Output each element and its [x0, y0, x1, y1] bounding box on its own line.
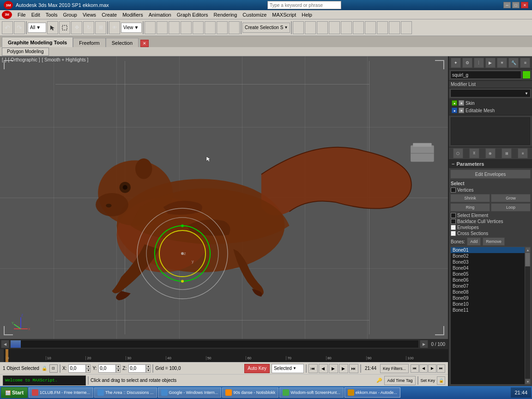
tl-back-button[interactable]: ◀	[1, 340, 9, 348]
skin-toggle[interactable]: ■	[459, 100, 464, 106]
start-button[interactable]: 🪟 Start	[1, 387, 28, 398]
search-input[interactable]	[267, 1, 341, 9]
menu-customize[interactable]: Customize	[240, 11, 269, 18]
tb-btn7[interactable]	[217, 21, 228, 34]
menu-views[interactable]: Views	[80, 11, 99, 18]
redo-button[interactable]: ↷	[14, 21, 25, 34]
set-key-button[interactable]: 🔒	[437, 376, 445, 385]
next-key-button[interactable]: ⏭	[349, 364, 358, 373]
z-up-btn[interactable]: ▲	[146, 364, 151, 369]
undo-button[interactable]: ↶	[2, 21, 13, 34]
modify-panel-btn[interactable]: ⚙	[462, 58, 472, 68]
tb-btn11[interactable]	[317, 21, 328, 34]
envelopes-checkbox[interactable]: ✓	[451, 225, 456, 230]
tab-selection[interactable]: Selection	[106, 38, 139, 47]
menu-modifiers[interactable]: Modifiers	[120, 11, 146, 18]
y-coord-input[interactable]	[98, 364, 116, 373]
tb-btn12[interactable]	[329, 21, 340, 34]
ring-button[interactable]: Ring	[450, 203, 490, 212]
bone-item-1[interactable]: Bone02	[451, 253, 525, 259]
tb-btn4[interactable]	[181, 21, 192, 34]
tb-btn13[interactable]	[341, 21, 352, 34]
view-btn[interactable]: 👁	[109, 21, 120, 34]
restore-button[interactable]: □	[512, 2, 520, 8]
motion-icon1[interactable]: ⬡	[453, 148, 463, 158]
tb-btn17[interactable]	[389, 21, 400, 34]
motion-panel-btn[interactable]: ▶	[485, 58, 496, 68]
tab-graphite[interactable]: Graphite Modeling Tools	[2, 37, 73, 47]
menu-group[interactable]: Group	[60, 11, 80, 18]
bone-item-7[interactable]: Bone08	[451, 289, 525, 295]
bone-item-3[interactable]: Bone04	[451, 265, 525, 271]
bone-item-4[interactable]: Bone05	[451, 271, 525, 277]
play-button[interactable]: ▶	[329, 364, 338, 373]
utilities-panel-btn[interactable]: 🔧	[508, 58, 519, 68]
tb-btn2[interactable]	[157, 21, 168, 34]
bone-item-8[interactable]: Bone09	[451, 295, 525, 301]
select-element-checkbox[interactable]	[451, 213, 456, 218]
menu-maxscript[interactable]: MAXScript	[269, 11, 299, 18]
extra-panel-btn[interactable]: ≡	[520, 58, 530, 68]
bone-item-6[interactable]: Bone07	[451, 283, 525, 289]
motion-icon5[interactable]: ≡	[518, 148, 528, 158]
edit-envelopes-button[interactable]: Edit Envelopes	[450, 169, 531, 179]
key-filters-button[interactable]: Key Filters...	[380, 364, 409, 373]
tb-btn6[interactable]	[205, 21, 216, 34]
pb-btn3[interactable]: ▶	[428, 364, 436, 373]
taskbar-item-5[interactable]: ekkorn.max - Autode...	[345, 387, 400, 398]
motion-icon4[interactable]: ⊞	[502, 148, 512, 158]
x-coord-input[interactable]	[68, 364, 86, 373]
tb-btn5[interactable]	[193, 21, 204, 34]
modifier-dropdown[interactable]: ▼	[450, 89, 531, 97]
timeline-thumb[interactable]	[11, 340, 21, 348]
view-dropdown[interactable]: View▼	[121, 23, 142, 33]
bone-item-10[interactable]: Bone11	[451, 307, 525, 313]
motion-icon2[interactable]: ⧖	[469, 148, 479, 158]
z-down-btn[interactable]: ▼	[146, 369, 151, 373]
taskbar-item-4[interactable]: Wisdom-soft ScreenHunt...	[279, 387, 344, 398]
minimize-button[interactable]: ─	[503, 2, 511, 8]
menu-animation[interactable]: Animation	[146, 11, 174, 18]
menu-edit[interactable]: Edit	[29, 11, 43, 18]
selection-lock-button[interactable]: ⊡	[49, 364, 58, 373]
select-btn[interactable]	[47, 21, 58, 34]
move-btn[interactable]: ✥	[71, 21, 82, 34]
x-down-btn[interactable]: ▼	[86, 369, 91, 373]
tb-btn16[interactable]	[377, 21, 388, 34]
select-region-btn[interactable]	[59, 21, 70, 34]
modifier-skin[interactable]: ● ■ Skin	[450, 99, 531, 107]
tl-forward-button[interactable]: ▶	[420, 340, 428, 348]
menu-help[interactable]: Help	[299, 11, 315, 18]
tb-btn18[interactable]	[401, 21, 412, 34]
x-up-btn[interactable]: ▲	[86, 364, 91, 369]
tb-btn14[interactable]	[353, 21, 364, 34]
object-color-box[interactable]	[522, 71, 531, 79]
scroll-down-btn[interactable]: ▼	[525, 379, 531, 384]
backface-checkbox[interactable]	[451, 219, 456, 224]
grow-button[interactable]: Grow	[491, 194, 531, 202]
menu-tools[interactable]: Tools	[43, 11, 60, 18]
remove-bone-button[interactable]: Remove	[483, 237, 505, 246]
create-panel-btn[interactable]: ✦	[451, 58, 461, 68]
scale-btn[interactable]: ⊞	[95, 21, 106, 34]
bone-item-5[interactable]: Bone06	[451, 277, 525, 283]
cross-sections-checkbox[interactable]: ✓	[451, 231, 456, 236]
add-time-tag-button[interactable]: Add Time Tag	[384, 376, 416, 385]
prev-key-button[interactable]: ⏮	[308, 364, 318, 373]
menu-rendering[interactable]: Rendering	[211, 11, 240, 18]
tb-btn15[interactable]	[365, 21, 376, 34]
pb-btn1[interactable]: ⏮	[411, 364, 419, 373]
display-panel-btn[interactable]: ☀	[497, 58, 507, 68]
subtab-polygon-modeling[interactable]: Polygon Modeling	[2, 48, 49, 56]
taskbar-item-1[interactable]: The Area :: Discussions ...	[94, 387, 157, 398]
taskbar-item-2[interactable]: Google - Windows Intern...	[158, 387, 222, 398]
hierarchy-panel-btn[interactable]: ⋮	[474, 58, 484, 68]
tab-freeform[interactable]: Freeform	[73, 38, 106, 47]
tb-btn8[interactable]	[229, 21, 240, 34]
prev-frame-button[interactable]: ◀	[319, 364, 328, 373]
close-tab-button[interactable]: ✕	[140, 40, 149, 47]
create-selection-button[interactable]: Create Selection S ▼	[242, 23, 290, 33]
y-down-btn[interactable]: ▼	[116, 369, 121, 373]
loop-button[interactable]: Loop	[491, 203, 531, 212]
menu-create[interactable]: Create	[99, 11, 120, 18]
